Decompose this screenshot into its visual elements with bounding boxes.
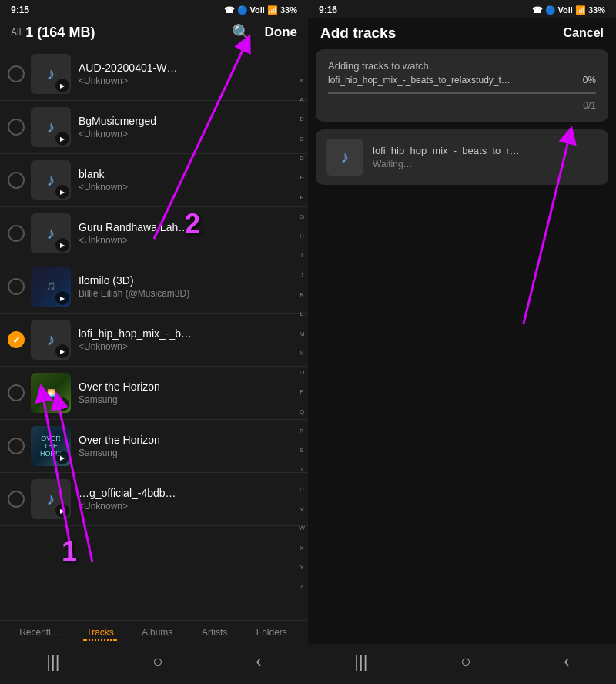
- nav-home-icon[interactable]: ○: [460, 652, 470, 672]
- track-row[interactable]: ♪ ▶ AUD-20200401-W… <Unknown>: [0, 48, 308, 101]
- right-panel: 9:16 ☎ 🔵 Voll 📶 33% Add tracks Cancel Ad…: [308, 0, 616, 684]
- tabs-row: Recentl… Tracks Albums Artists Folders: [0, 625, 308, 642]
- done-button[interactable]: Done: [265, 25, 298, 40]
- track-artist: <Unknown>: [79, 235, 305, 246]
- track-row[interactable]: ♪ ▶ …g_official_-4bdb… <Unknown>: [0, 473, 308, 526]
- track-row[interactable]: ♪ ▶ lofi_hip_hop_mix_-_b… <Unknown>: [0, 314, 308, 367]
- waiting-status: Waiting…: [373, 159, 598, 169]
- track-name: lofi_hip_hop_mix_-_b…: [79, 327, 305, 340]
- track-thumbnail: ♪ ▶: [31, 320, 71, 360]
- track-checkbox[interactable]: [8, 65, 25, 82]
- music-note-icon: ♪: [47, 489, 55, 509]
- nav-back-icon[interactable]: ‹: [564, 652, 569, 672]
- track-row[interactable]: 🌅 ▶ Over the Horizon Samsung: [0, 367, 308, 420]
- track-artist: <Unknown>: [79, 182, 305, 193]
- track-checkbox[interactable]: [8, 172, 25, 189]
- all-label: All: [11, 27, 21, 38]
- track-thumbnail: 🌅 ▶: [31, 373, 71, 413]
- progress-filename-text: lofi_hip_hop_mix_-_beats_to_relaxstudy_t…: [328, 75, 577, 86]
- track-artist: Samsung: [79, 394, 305, 405]
- track-checkbox[interactable]: [8, 384, 25, 401]
- tab-artists-label: Artists: [202, 627, 227, 638]
- music-note-icon: ♪: [47, 223, 55, 243]
- track-thumbnail: 🎵 ▶: [31, 267, 71, 307]
- track-checkbox[interactable]: [8, 119, 25, 136]
- progress-count: 0/1: [328, 100, 596, 111]
- progress-bar-background: [328, 92, 596, 94]
- left-panel: 9:15 ☎ 🔵 Voll 📶 33% All 1 (164 MB) 🔍 Don…: [0, 0, 308, 684]
- track-thumbnail: ♪ ▶: [31, 479, 71, 519]
- cancel-button[interactable]: Cancel: [564, 26, 604, 40]
- track-artist: Samsung: [79, 448, 305, 458]
- tab-albums-label: Albums: [142, 627, 172, 638]
- left-status-bar: 9:15 ☎ 🔵 Voll 📶 33%: [0, 0, 308, 18]
- nav-home-icon[interactable]: ○: [152, 652, 162, 672]
- track-thumbnail: ♪ ▶: [31, 54, 71, 94]
- alpha-index[interactable]: & A B C D E F G H I J K L M N O P Q R S …: [296, 48, 308, 620]
- track-row[interactable]: ♪ ▶ Guru Randhawa Lah… <Unknown>: [0, 207, 308, 260]
- tab-tracks[interactable]: Tracks: [77, 625, 123, 642]
- track-row[interactable]: OVERTHEHORIZ ▶ Over the Horizon Samsung: [0, 420, 308, 473]
- track-checkbox[interactable]: [8, 331, 25, 348]
- track-checkbox[interactable]: [8, 491, 25, 508]
- play-overlay-icon: ▶: [55, 185, 69, 199]
- track-name: AUD-20200401-W…: [79, 62, 305, 74]
- search-icon[interactable]: 🔍: [232, 23, 251, 42]
- music-note-icon: ♪: [47, 170, 55, 190]
- track-name: blank: [79, 168, 305, 180]
- track-artist: <Unknown>: [79, 75, 305, 86]
- music-note-icon: ♪: [47, 330, 55, 350]
- track-artist: Billie Eilish (@Musicam3D): [79, 288, 305, 299]
- play-overlay-icon: ▶: [55, 238, 69, 252]
- tab-artists[interactable]: Artists: [192, 625, 238, 642]
- track-info: Guru Randhawa Lah… <Unknown>: [79, 221, 305, 246]
- music-note-icon: ♪: [47, 117, 55, 137]
- tab-folders-label: Folders: [256, 627, 287, 638]
- music-note-icon: ♪: [341, 147, 350, 167]
- track-info: blank <Unknown>: [79, 168, 305, 193]
- music-note-icon: ♪: [47, 64, 55, 84]
- tab-folders[interactable]: Folders: [249, 625, 295, 642]
- track-list[interactable]: ♪ ▶ AUD-20200401-W… <Unknown> ♪ ▶ BgMusi…: [0, 48, 308, 620]
- track-info: Over the Horizon Samsung: [79, 381, 305, 405]
- play-overlay-icon: ▶: [55, 397, 69, 411]
- add-tracks-title: Add tracks: [320, 25, 396, 42]
- track-checkbox[interactable]: [8, 438, 25, 454]
- nav-menu-icon[interactable]: |||: [354, 652, 367, 672]
- track-info: Ilomilo (3D) Billie Eilish (@Musicam3D): [79, 274, 305, 299]
- waiting-card: ♪ lofi_hip_hop_mix_-_beats_to_r… Waiting…: [316, 129, 608, 185]
- tab-recently[interactable]: Recentl…: [13, 625, 66, 642]
- track-artist: <Unknown>: [79, 341, 305, 352]
- track-artist: <Unknown>: [79, 501, 305, 511]
- play-overlay-icon: ▶: [55, 451, 69, 464]
- tab-active-indicator: [83, 639, 117, 641]
- tab-albums[interactable]: Albums: [134, 625, 180, 642]
- bottom-tabs: Recentl… Tracks Albums Artists Folders: [0, 620, 308, 644]
- track-row[interactable]: 🎵 ▶ Ilomilo (3D) Billie Eilish (@Musicam…: [0, 260, 308, 314]
- track-row[interactable]: ♪ ▶ blank <Unknown>: [0, 154, 308, 207]
- right-status-time: 9:16: [319, 5, 337, 15]
- play-overlay-icon: ▶: [55, 291, 69, 305]
- track-row[interactable]: ♪ ▶ BgMusicmerged <Unknown>: [0, 101, 308, 154]
- track-artist: <Unknown>: [79, 129, 305, 139]
- track-thumbnail: OVERTHEHORIZ ▶: [31, 426, 71, 466]
- track-name: Over the Horizon: [79, 381, 305, 393]
- header-right-section: 🔍 Done: [232, 23, 298, 42]
- track-thumbnail: ♪ ▶: [31, 213, 71, 253]
- left-header: All 1 (164 MB) 🔍 Done: [0, 18, 308, 48]
- right-status-icons: ☎ 🔵 Voll 📶 33%: [532, 5, 605, 15]
- track-checkbox[interactable]: [8, 278, 25, 295]
- progress-percent: 0%: [583, 75, 596, 86]
- tab-recently-label: Recentl…: [19, 627, 60, 638]
- left-status-icons: ☎ 🔵 Voll 📶 33%: [224, 5, 297, 15]
- nav-back-icon[interactable]: ‹: [256, 652, 261, 672]
- progress-card: Adding tracks to watch… lofi_hip_hop_mix…: [316, 49, 608, 122]
- waiting-track-thumbnail: ♪: [326, 139, 363, 176]
- play-overlay-icon: ▶: [55, 504, 69, 518]
- play-overlay-icon: ▶: [55, 344, 69, 358]
- left-status-time: 9:15: [11, 5, 29, 15]
- track-name: Ilomilo (3D): [79, 274, 305, 287]
- nav-menu-icon[interactable]: |||: [46, 652, 59, 672]
- play-overlay-icon: ▶: [55, 132, 69, 146]
- track-checkbox[interactable]: [8, 225, 25, 242]
